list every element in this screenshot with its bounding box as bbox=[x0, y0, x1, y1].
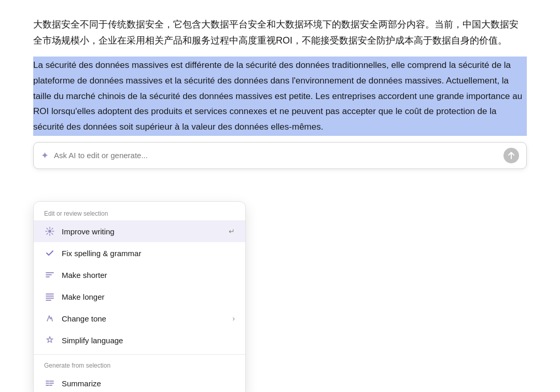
make-longer-icon bbox=[44, 291, 55, 302]
ai-dropdown-menu: Edit or review selection Improve writing… bbox=[33, 201, 246, 392]
menu-item-change-tone[interactable]: Change tone › bbox=[34, 307, 245, 329]
ai-sparkle-icon: ✦ bbox=[41, 150, 49, 161]
improve-writing-label: Improve writing bbox=[62, 227, 229, 236]
change-tone-icon bbox=[44, 313, 55, 324]
simplify-language-icon bbox=[44, 334, 55, 346]
make-shorter-label: Make shorter bbox=[62, 271, 235, 279]
menu-item-simplify-language[interactable]: Simplify language bbox=[34, 329, 245, 351]
svg-line-8 bbox=[47, 233, 48, 234]
summarize-icon bbox=[44, 377, 55, 389]
menu-item-fix-spelling[interactable]: Fix spelling & grammar bbox=[34, 242, 245, 264]
svg-line-5 bbox=[47, 228, 48, 229]
menu-divider bbox=[34, 354, 245, 355]
menu-item-make-shorter[interactable]: Make shorter bbox=[34, 264, 245, 286]
chinese-paragraph: 大数据安全不同于传统数据安全，它包含大数据平台安全和大数据环境下的数据安全两部分… bbox=[33, 17, 527, 48]
section1-label: Edit or review selection bbox=[34, 206, 245, 220]
menu-item-summarize[interactable]: Summarize bbox=[34, 372, 245, 392]
summarize-label: Summarize bbox=[62, 379, 235, 388]
ai-input-field[interactable] bbox=[54, 151, 503, 160]
content-area: 大数据安全不同于传统数据安全，它包含大数据平台安全和大数据环境下的数据安全两部分… bbox=[0, 0, 560, 169]
ai-input-bar: ✦ bbox=[33, 142, 527, 169]
section2-label: Generate from selection bbox=[34, 358, 245, 372]
improve-writing-icon bbox=[44, 226, 55, 237]
highlighted-paragraph: La sécurité des données massives est dif… bbox=[33, 57, 527, 136]
change-tone-arrow-icon: › bbox=[232, 314, 235, 323]
simplify-language-label: Simplify language bbox=[62, 336, 235, 345]
svg-line-7 bbox=[52, 228, 53, 229]
svg-point-0 bbox=[48, 230, 51, 233]
make-longer-label: Make longer bbox=[62, 292, 235, 301]
fix-spelling-icon bbox=[44, 247, 55, 259]
improve-writing-shortcut: ↵ bbox=[229, 227, 235, 235]
change-tone-label: Change tone bbox=[62, 314, 232, 323]
menu-item-improve-writing[interactable]: Improve writing ↵ bbox=[34, 220, 245, 242]
ai-submit-button[interactable] bbox=[503, 148, 519, 163]
fix-spelling-label: Fix spelling & grammar bbox=[62, 249, 235, 258]
menu-item-make-longer[interactable]: Make longer bbox=[34, 286, 245, 307]
make-shorter-icon bbox=[44, 269, 55, 281]
svg-line-6 bbox=[52, 233, 53, 234]
